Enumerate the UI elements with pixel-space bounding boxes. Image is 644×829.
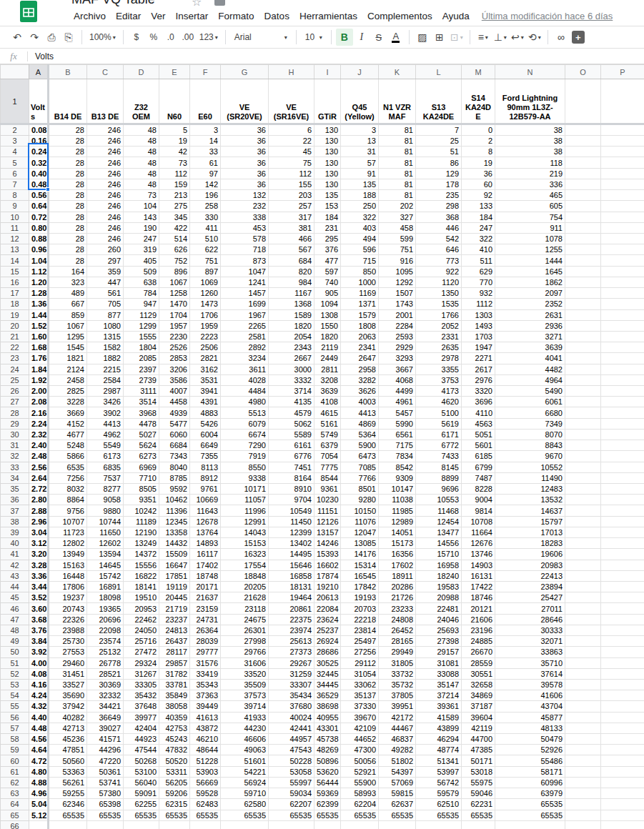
cell[interactable]: 32332 <box>87 690 124 701</box>
cell[interactable]: 38 <box>495 136 565 147</box>
cell[interactable] <box>565 701 601 712</box>
cell[interactable]: 51341 <box>416 755 462 766</box>
cell[interactable]: 51 <box>416 147 462 157</box>
cell[interactable]: 25716 <box>124 636 159 647</box>
cell[interactable]: 1473 <box>190 299 221 309</box>
cell[interactable]: 118 <box>495 157 565 168</box>
cell[interactable]: 7355 <box>190 451 221 462</box>
cell[interactable]: 35732 <box>379 679 416 690</box>
cell[interactable]: 47300 <box>341 745 379 755</box>
cell[interactable]: 22375 <box>269 614 314 625</box>
cell[interactable]: 59255 <box>49 788 87 799</box>
cell[interactable]: 494 <box>341 233 379 244</box>
row-header-6[interactable]: 6 <box>1 168 29 179</box>
cell[interactable] <box>462 820 495 829</box>
cell[interactable]: 47220 <box>87 755 124 766</box>
cell[interactable]: 11057 <box>221 495 269 505</box>
cell[interactable]: 23118 <box>221 603 269 614</box>
cell[interactable]: 40024 <box>269 712 314 723</box>
cell[interactable]: 458 <box>379 222 416 233</box>
cell[interactable]: 62231 <box>462 799 495 810</box>
cell[interactable]: 37614 <box>495 668 565 679</box>
cell[interactable]: 21637 <box>190 592 221 603</box>
cell[interactable]: 16131 <box>462 570 495 581</box>
cell[interactable]: 6835 <box>87 462 124 472</box>
cell[interactable]: 11189 <box>124 516 159 527</box>
row-header-11[interactable]: 11 <box>1 222 29 233</box>
cell[interactable] <box>565 407 601 418</box>
cell[interactable]: 638 <box>124 277 159 287</box>
cell[interactable]: 44652 <box>341 734 379 745</box>
cell[interactable]: 56742 <box>416 777 462 788</box>
cell[interactable]: 5549 <box>87 440 124 451</box>
cell[interactable] <box>601 397 644 407</box>
row-header-37[interactable]: 37 <box>1 505 29 516</box>
cell[interactable]: 81 <box>379 147 416 157</box>
cell[interactable]: 629 <box>462 266 495 277</box>
cell[interactable]: 447 <box>87 277 124 287</box>
cell[interactable] <box>601 472 644 483</box>
cell[interactable]: 32445 <box>314 668 341 679</box>
cell[interactable]: 626 <box>159 244 190 255</box>
header-cell[interactable]: GTiR <box>314 79 341 124</box>
cell[interactable]: 3714 <box>269 386 314 397</box>
cell[interactable]: 24050 <box>124 625 159 635</box>
cell[interactable]: 232 <box>221 201 269 212</box>
cell[interactable]: 5601 <box>462 440 495 451</box>
cell[interactable]: 4152 <box>49 418 87 429</box>
cell[interactable]: 27998 <box>221 636 269 647</box>
cell[interactable]: 509 <box>124 266 159 277</box>
cell[interactable] <box>565 668 601 679</box>
redo-button[interactable]: ↷ <box>26 29 43 46</box>
cell[interactable]: 2341 <box>341 342 379 353</box>
cell[interactable]: 22084 <box>314 603 341 614</box>
cell[interactable]: 2449 <box>314 353 341 364</box>
cell[interactable]: 2271 <box>462 353 495 364</box>
cell[interactable]: 50361 <box>87 766 124 777</box>
cell[interactable]: 30551 <box>462 668 495 679</box>
cell[interactable]: 14246 <box>314 538 341 549</box>
column-header-H[interactable]: H <box>269 65 314 79</box>
cell[interactable]: 42109 <box>341 723 379 733</box>
cell[interactable]: 0.32 <box>29 157 49 168</box>
cell[interactable]: 130 <box>314 136 341 147</box>
cell[interactable]: 12399 <box>269 527 314 537</box>
cell[interactable] <box>190 820 221 829</box>
cell[interactable]: 44957 <box>269 734 314 745</box>
cell[interactable] <box>601 516 644 527</box>
cell[interactable]: 1947 <box>462 342 495 353</box>
cell[interactable]: 73 <box>159 157 190 168</box>
row-header-5[interactable]: 5 <box>1 157 29 168</box>
cell[interactable] <box>601 233 644 244</box>
row-header-21[interactable]: 21 <box>1 331 29 342</box>
cell[interactable]: 1.76 <box>29 353 49 364</box>
cell[interactable] <box>565 429 601 440</box>
cell[interactable]: 2958 <box>341 364 379 374</box>
cell[interactable]: 11396 <box>159 505 190 516</box>
cell[interactable]: 43872 <box>190 723 221 733</box>
cell[interactable]: 37187 <box>462 701 495 712</box>
cell[interactable]: 33527 <box>49 679 87 690</box>
cell[interactable]: 56924 <box>221 777 269 788</box>
cell[interactable]: 3426 <box>87 397 124 407</box>
cell[interactable] <box>565 592 601 603</box>
cell[interactable] <box>565 124 601 136</box>
cell[interactable]: 4110 <box>462 407 495 418</box>
cell[interactable]: 62346 <box>49 799 87 810</box>
cell[interactable] <box>601 190 644 201</box>
cell[interactable]: 50896 <box>314 755 341 766</box>
cell[interactable] <box>601 614 644 625</box>
row-header-56[interactable]: 56 <box>1 712 29 723</box>
cell[interactable]: 20286 <box>379 581 416 592</box>
cell[interactable]: 1.12 <box>29 266 49 277</box>
cell[interactable]: 12047 <box>341 527 379 537</box>
cell[interactable]: 10552 <box>495 462 565 472</box>
cell[interactable]: 1706 <box>190 309 221 320</box>
cell[interactable]: 47385 <box>462 745 495 755</box>
cell[interactable] <box>601 668 644 679</box>
cell[interactable]: 10242 <box>124 505 159 516</box>
menu-item-datos[interactable]: Datos <box>259 9 294 23</box>
cell[interactable]: 1820 <box>314 331 341 342</box>
insert-chart-button[interactable]: + <box>570 29 587 46</box>
cell[interactable]: 11650 <box>87 527 124 537</box>
